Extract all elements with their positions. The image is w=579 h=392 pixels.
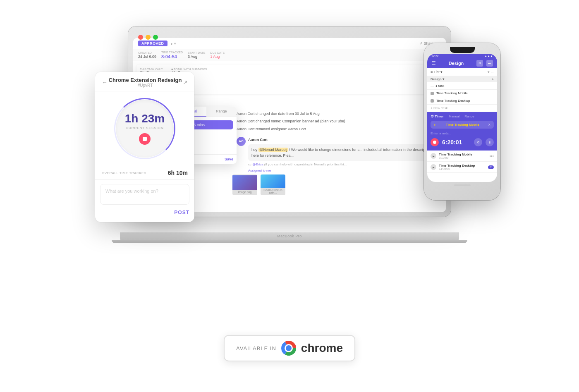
ext-overall-section: OVERALL TIME TRACKED 6h 10m [95, 166, 194, 180]
due-date-label: DUE DATE [210, 51, 225, 54]
phone-tab-range[interactable]: Range [464, 115, 474, 118]
phone-tab-timer[interactable]: ⏱ Timer [431, 115, 444, 118]
phone-history-time-2: 14:00:00 [439, 167, 486, 170]
tab-range[interactable]: Range [206, 107, 237, 117]
ext-title: Chrome Extension Redesign [108, 77, 183, 83]
phone-notch [450, 47, 475, 53]
phone-home-indicator [454, 184, 471, 186]
phone-tab-manual[interactable]: Manual [449, 115, 459, 118]
commenter-avatar: AC [237, 137, 246, 146]
traffic-light-yellow[interactable] [146, 35, 151, 40]
chrome-extension-popup: ← Chrome Extension Redesign #UpvRT ↗ 1h … [95, 72, 194, 222]
scene: Marketing Advertising YouTube Nenad Curr… [62, 18, 517, 374]
phone-time-display: 6:20:01 ↺ $ [431, 136, 494, 148]
phone-active-task: ● Time Tracking Mobile × [431, 121, 494, 129]
attachment-1-label: image.png [237, 190, 253, 194]
phone-more-icon[interactable]: ••• [486, 60, 493, 67]
status-badge: APPROVED [138, 41, 167, 46]
phone-new-task-label: + New Task [431, 106, 447, 110]
phone-badge-2: 2 [488, 165, 494, 169]
phone-history: ▶ Time Tracking Mobile 3:10:00 ••• ▶ Tim… [427, 151, 497, 173]
comment-cc: cc @Erica (if you can help with organizi… [248, 162, 442, 167]
ext-post-button[interactable]: POST [95, 210, 194, 215]
phone-section-add[interactable]: + [492, 77, 494, 81]
breadcrumb-path: ▸ + [171, 41, 177, 46]
phone-time-controls: ↺ $ [474, 138, 494, 146]
ext-timer-section: 1h 23m CURRENT SESSION [95, 91, 194, 166]
commenter-name: Aaron Cort [248, 137, 442, 143]
traffic-light-green[interactable] [153, 35, 158, 40]
phone-play-btn-2[interactable]: ▶ [431, 164, 436, 170]
phone-section-name: Design ▾ [431, 77, 444, 81]
phone-nav-bar: ☰ Design ⚙ ••• [427, 58, 497, 68]
ext-header: ← Chrome Extension Redesign #UpvRT ↗ [95, 72, 194, 91]
ext-note-field[interactable]: What are you working on? [100, 184, 189, 205]
phone-timer-panel: ⏱ Timer Manual Range ● Time Tracking Mob… [427, 112, 497, 151]
phone-task-list: Design ▾ + — 1 task Time Tracking Mobile… [427, 76, 497, 112]
phone-timer-tabs: ⏱ Timer Manual Range [431, 115, 494, 118]
phone-task-1-label: 1 task [435, 84, 444, 88]
phone-task-item-1: — 1 task [427, 82, 497, 90]
phone-close-task-icon[interactable]: × [488, 122, 490, 127]
phone-task-item-3[interactable]: Time Tracking Desktop [427, 97, 497, 105]
start-date-block: START DATE 3 Aug [188, 51, 205, 59]
ext-overall-label: OVERALL TIME TRACKED [102, 171, 146, 175]
phone-play-btn-1[interactable]: ▶ [431, 153, 436, 159]
attachment-2: Good (ClickUp com... [261, 174, 285, 195]
phone-record-button[interactable] [431, 138, 439, 146]
phone-history-item-2: ▶ Time Tracking Desktop 14:00:00 2 [427, 162, 497, 173]
ext-back-icon[interactable]: ← [102, 79, 108, 86]
ext-expand-icon[interactable]: ↗ [183, 79, 188, 86]
activity-item-2: Aaron Cort changed name: Companion banne… [237, 118, 442, 124]
phone-new-task[interactable]: + New Task [427, 105, 497, 112]
phone-history-name-2: Time Tracking Desktop [439, 164, 486, 167]
svg-point-2 [286, 345, 292, 351]
traffic-light-red[interactable] [138, 35, 143, 40]
mobile-phone: 12:22 ▲▲▲ ☰ Design ⚙ ••• ≡ List ▾ [424, 43, 500, 200]
ext-note-placeholder: What are you working on? [105, 189, 158, 194]
phone-dollar-icon[interactable]: $ [486, 138, 494, 146]
phone-filter-btn[interactable]: ▼ ··· [487, 70, 494, 74]
chrome-logo-icon [281, 341, 296, 356]
due-date-value: 1 Aug [210, 55, 225, 59]
chrome-badge-chrome-text: chrome [301, 342, 343, 355]
phone-history-info-2: Time Tracking Desktop 14:00:00 [439, 164, 486, 170]
phone-dots-1[interactable]: ••• [489, 154, 494, 158]
phone-history-item-1: ▶ Time Tracking Mobile 3:10:00 ••• [427, 151, 497, 162]
attachment-1: image.png [232, 174, 257, 195]
enter-nota: Enter a nota... [431, 130, 494, 136]
ext-subtitle: #UpvRT [108, 83, 183, 88]
due-date-block: DUE DATE 1 Aug [210, 51, 225, 59]
comment-content: hey @Nenad Marceij ! We would like to ch… [248, 144, 442, 161]
phone-section-design: Design ▾ + [427, 76, 497, 82]
chrome-badge-available-text: AVAILABLE IN [236, 345, 276, 351]
phone-task-item-2[interactable]: Time Tracking Mobile [427, 90, 497, 97]
phone-nav-title: Design [449, 61, 464, 66]
start-date-value: 3 Aug [188, 55, 205, 59]
traffic-lights [138, 35, 158, 40]
phone-refresh-icon[interactable]: ↺ [474, 138, 482, 146]
activity-item-3: Aaron Cort removed assignee: Aaron Cort [237, 126, 442, 132]
task-info-row: CREATED 24 Jul 9:09 TIME TRACKED 8:04:54… [133, 49, 446, 61]
total-sub-label: ■ TOTAL WITH SUBTASKS [171, 68, 207, 71]
time-tracked-label: TIME TRACKED [161, 51, 183, 54]
ext-overall-value: 6h 10m [168, 170, 188, 176]
phone-task-3-label: Time Tracking Desktop [436, 99, 470, 103]
ext-timer-ring [114, 98, 175, 159]
created-block: CREATED 24 Jul 9:09 [138, 51, 156, 59]
task-dot: ● [434, 123, 435, 126]
chrome-badge[interactable]: AVAILABLE IN chrome [224, 335, 355, 361]
phone-filter-icon[interactable]: ⚙ [476, 60, 483, 67]
phone-screen: 12:22 ▲▲▲ ☰ Design ⚙ ••• ≡ List ▾ [427, 54, 497, 182]
created-value: 24 Jul 9:09 [138, 55, 156, 59]
save-btn[interactable]: Save [225, 157, 233, 161]
macbook-foot [112, 240, 467, 243]
time-tracked-value: 8:04:54 [161, 54, 183, 59]
activity-item-1: Aaron Cort changed due date from 30 Jul … [237, 111, 442, 117]
task-panel-header: APPROVED ▸ + ↗ Share ••• [133, 38, 446, 49]
phone-status-bar: 12:22 ▲▲▲ [427, 54, 497, 58]
phone-nav-menu-icon[interactable]: ☰ [431, 60, 436, 66]
task-checkbox-2 [431, 99, 434, 103]
phone-history-name-1: Time Tracking Mobile [439, 153, 487, 156]
phone-time: 12:22 [431, 55, 439, 57]
